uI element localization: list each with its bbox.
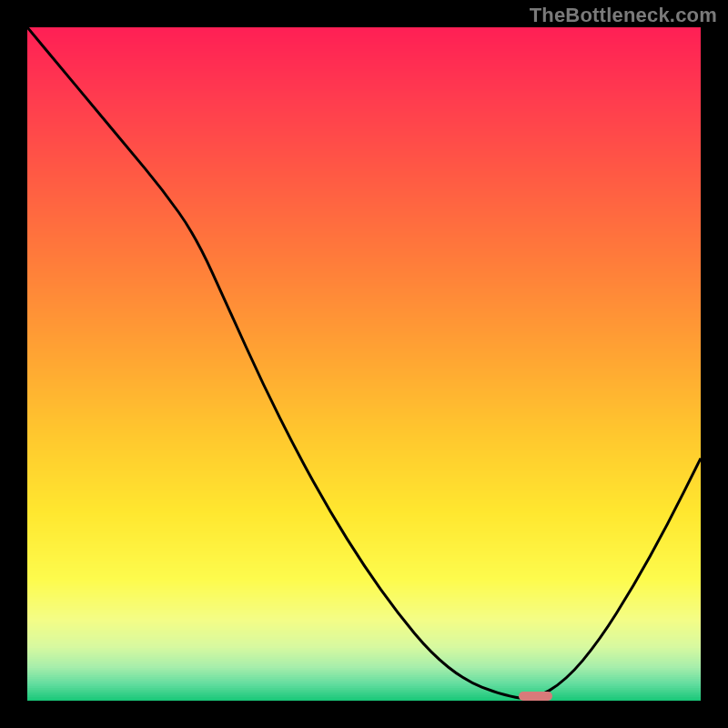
optimum-marker xyxy=(519,692,552,701)
bottleneck-curve xyxy=(27,27,701,701)
watermark-text: TheBottleneck.com xyxy=(530,4,717,27)
chart-frame: TheBottleneck.com xyxy=(0,0,728,728)
plot-area xyxy=(27,27,701,701)
